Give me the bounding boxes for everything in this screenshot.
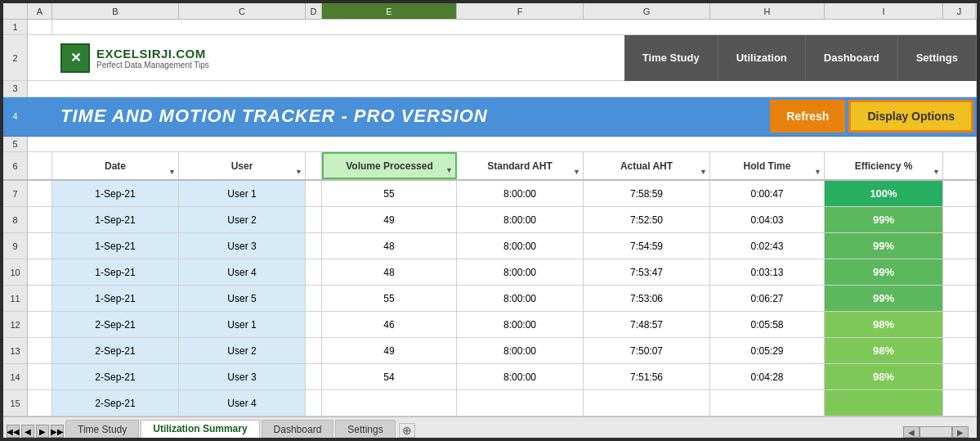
- r11-a: [28, 286, 52, 311]
- table-row: 15 2-Sep-21 User 4: [3, 390, 977, 416]
- cell-std-4: 8:00:00: [457, 286, 584, 311]
- brand-name: EXCELSIRJI.COM: [96, 47, 209, 61]
- header-date[interactable]: Date ▼: [52, 152, 179, 179]
- cell-act-6: 7:50:07: [584, 338, 710, 363]
- display-options-button[interactable]: Display Options: [848, 100, 973, 133]
- cell-gap-0: [306, 181, 322, 206]
- header-hold[interactable]: Hold Time ▼: [710, 152, 825, 179]
- nav-settings[interactable]: Settings: [898, 35, 977, 81]
- cell-eff-6: 98%: [825, 338, 943, 363]
- cell-user-0: User 1: [179, 181, 306, 206]
- cell-gap-1: [306, 207, 322, 232]
- cell-act-7: 7:51:56: [584, 364, 710, 389]
- rn-13: 13: [3, 338, 28, 363]
- rn-4: 4: [3, 97, 28, 136]
- cell-eff-1: 99%: [825, 207, 943, 232]
- header-user[interactable]: User ▼: [179, 152, 306, 179]
- cell-act-1: 7:52:50: [584, 207, 710, 232]
- cell-act-0: 7:58:59: [584, 181, 710, 206]
- cell-j-1: [943, 207, 976, 232]
- r1-a: [28, 20, 52, 34]
- nav-utilization[interactable]: Utilization: [718, 35, 806, 81]
- tab-dashboard[interactable]: Dashboard: [262, 420, 334, 438]
- filter-arrow-date[interactable]: ▼: [168, 168, 176, 176]
- app-window: A B C D E F G H I J 1 2 ✕ EXCELSI: [0, 0, 980, 441]
- cell-vol-7: 54: [322, 364, 457, 389]
- nav-time-study[interactable]: Time Study: [624, 35, 718, 81]
- header-efficiency[interactable]: Efficiency % ▼: [825, 152, 943, 179]
- filter-arrow-eff[interactable]: ▼: [933, 168, 940, 176]
- tab-add[interactable]: ⊕: [399, 423, 415, 438]
- data-rows: 7 1-Sep-21 User 1 55 8:00:00 7:58:59 0:0…: [3, 181, 977, 416]
- cell-vol-5: 46: [322, 312, 457, 337]
- refresh-button[interactable]: Refresh: [770, 100, 845, 133]
- scroll-right[interactable]: ▶: [952, 426, 969, 438]
- filter-arrow-vol[interactable]: ▼: [445, 166, 453, 174]
- cell-date-3: 1-Sep-21: [52, 259, 179, 285]
- cell-hold-4: 0:06:27: [710, 286, 825, 311]
- bottom-status: ◀ ▶: [415, 426, 977, 438]
- cell-user-7: User 3: [179, 364, 306, 389]
- tab-settings[interactable]: Settings: [335, 420, 395, 438]
- tab-utilization-summary[interactable]: Utilization Summary: [141, 420, 259, 438]
- cell-gap-7: [306, 364, 322, 389]
- cell-user-1: User 2: [179, 207, 306, 232]
- cell-act-3: 7:53:47: [584, 259, 710, 285]
- table-row: 9 1-Sep-21 User 3 48 8:00:00 7:54:59 0:0…: [3, 233, 977, 259]
- table-row: 8 1-Sep-21 User 2 49 8:00:00 7:52:50 0:0…: [3, 207, 977, 233]
- rn-7: 7: [3, 181, 28, 206]
- tab-time-study[interactable]: Time Study: [65, 420, 139, 438]
- filter-arrow-hold[interactable]: ▼: [814, 168, 821, 176]
- cell-eff-5: 98%: [825, 312, 943, 337]
- cell-std-7: 8:00:00: [457, 364, 584, 389]
- filter-arrow-std[interactable]: ▼: [573, 168, 580, 176]
- cell-vol-6: 49: [322, 338, 457, 363]
- nav-next[interactable]: ▶: [36, 425, 49, 438]
- rn-6: 6: [3, 152, 28, 179]
- rn-5: 5: [3, 137, 28, 151]
- rn-3: 3: [3, 81, 28, 96]
- r7-a: [28, 181, 52, 206]
- banner-buttons: Refresh Display Options: [770, 100, 977, 133]
- table-row: 10 1-Sep-21 User 4 48 8:00:00 7:53:47 0:…: [3, 259, 977, 286]
- rn-11: 11: [3, 286, 28, 311]
- row-1: 1: [3, 20, 977, 35]
- cell-hold-0: 0:00:47: [710, 181, 825, 206]
- header-gap: [306, 152, 322, 179]
- col-header-h: H: [710, 3, 825, 19]
- cell-eff-3: 99%: [825, 259, 943, 285]
- spreadsheet: 1 2 ✕ EXCELSIRJI.COM Perfect Data Manage…: [3, 20, 977, 416]
- nav-last[interactable]: ▶▶: [51, 425, 64, 438]
- bottom-tabs: ◀◀ ◀ ▶ ▶▶ Time Study Utilization Summary…: [3, 416, 977, 438]
- cell-std-8: [457, 390, 584, 416]
- cell-gap-5: [306, 312, 322, 337]
- rn-14: 14: [3, 364, 28, 389]
- r9-a: [28, 233, 52, 259]
- rn-1: 1: [3, 20, 28, 34]
- header-std-aht[interactable]: Standard AHT ▼: [457, 152, 584, 179]
- filter-arrow-user[interactable]: ▼: [295, 168, 302, 176]
- header-act-aht[interactable]: Actual AHT ▼: [584, 152, 710, 179]
- cell-eff-0: 100%: [825, 181, 943, 206]
- table-row: 14 2-Sep-21 User 3 54 8:00:00 7:51:56 0:…: [3, 364, 977, 390]
- nav-dashboard[interactable]: Dashboard: [806, 35, 898, 81]
- r6-j: [943, 152, 976, 179]
- cell-date-7: 2-Sep-21: [52, 364, 179, 389]
- nav-first[interactable]: ◀◀: [7, 425, 20, 438]
- filter-arrow-act[interactable]: ▼: [700, 168, 707, 176]
- cell-j-5: [943, 312, 976, 337]
- header-volume[interactable]: Volume Processed ▼: [322, 152, 457, 179]
- cell-j-6: [943, 338, 976, 363]
- cell-hold-5: 0:05:58: [710, 312, 825, 337]
- row-nav: ◀◀ ◀ ▶ ▶▶: [3, 425, 65, 438]
- logo-icon: ✕: [60, 43, 90, 73]
- cell-j-8: [943, 390, 976, 416]
- cell-j-2: [943, 233, 976, 259]
- scroll-left[interactable]: ◀: [903, 426, 920, 438]
- corner-cell: [3, 3, 28, 19]
- cell-std-1: 8:00:00: [457, 207, 584, 232]
- cell-eff-7: 98%: [825, 364, 943, 389]
- cell-gap-3: [306, 259, 322, 285]
- cell-date-0: 1-Sep-21: [52, 181, 179, 206]
- nav-prev[interactable]: ◀: [21, 425, 34, 438]
